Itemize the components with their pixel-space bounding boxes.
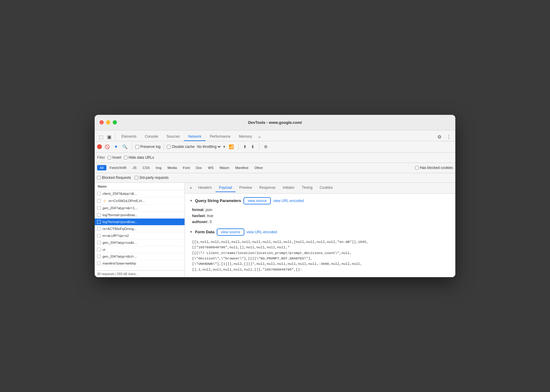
details-tab-bar: × Headers Payload Preview Response Initi… xyxy=(185,183,455,194)
tab-initiator[interactable]: Initiator xyxy=(279,184,298,192)
collapse-triangle-icon[interactable]: ▼ xyxy=(190,199,193,202)
third-party-checkbox[interactable] xyxy=(135,176,138,179)
item-checkbox[interactable] xyxy=(97,213,101,217)
record-button[interactable] xyxy=(97,144,102,149)
device-toggle-icon[interactable]: ▣ xyxy=(105,133,113,141)
item-checkbox[interactable] xyxy=(97,227,101,231)
list-item[interactable]: ui xyxy=(95,246,185,253)
network-settings-icon[interactable]: ⚙ xyxy=(262,143,269,150)
disable-cache-text: Disable cache xyxy=(172,145,194,149)
param-row-format: format: json xyxy=(190,207,451,213)
filter-wasm[interactable]: Wasm xyxy=(217,165,232,170)
section-divider xyxy=(190,225,451,228)
list-item[interactable]: log?format=json&has... xyxy=(95,212,185,219)
filter-js[interactable]: JS xyxy=(130,165,139,170)
request-name: manifest?pwa=webhp xyxy=(102,262,136,265)
query-view-source-button[interactable]: view source xyxy=(243,197,271,204)
main-content: Name client_204?&atyp=i&... ⊙ m=CnSW2d,D… xyxy=(95,183,455,277)
filter-manifest[interactable]: Manifest xyxy=(233,165,251,170)
list-item[interactable]: client_204?&atyp=i&... xyxy=(95,190,185,197)
invert-checkbox[interactable] xyxy=(108,156,111,159)
tab-payload[interactable]: Payload xyxy=(215,184,236,192)
upload-icon[interactable]: ⬆ xyxy=(242,143,248,150)
param-value: 0 xyxy=(210,220,212,224)
filter-icon[interactable]: ▼ xyxy=(112,143,120,150)
tab-sources[interactable]: Sources xyxy=(162,133,184,141)
tab-elements[interactable]: Elements xyxy=(117,133,141,141)
tab-console[interactable]: Console xyxy=(141,133,162,141)
invert-label[interactable]: Invert xyxy=(108,155,121,160)
tab-preview[interactable]: Preview xyxy=(236,184,256,192)
maximize-button[interactable] xyxy=(113,120,117,124)
tab-memory[interactable]: Memory xyxy=(235,133,256,141)
item-checkbox[interactable] xyxy=(97,248,101,251)
list-item[interactable]: rs=ACT90oFqOrnng... xyxy=(95,225,185,232)
form-view-url-encoded-button[interactable]: view URL-encoded xyxy=(247,230,277,234)
filter-media[interactable]: Media xyxy=(165,165,179,170)
tab-timing[interactable]: Timing xyxy=(298,184,316,192)
list-item[interactable]: gen_204?atyp=csi&r... xyxy=(95,239,185,246)
more-options-icon[interactable]: ⋮ xyxy=(445,133,453,141)
has-blocked-checkbox[interactable] xyxy=(415,166,419,170)
query-view-url-encoded-button[interactable]: view URL-encoded xyxy=(273,199,304,203)
filter-other[interactable]: Other xyxy=(252,165,266,170)
disable-cache-label[interactable]: Disable cache xyxy=(167,145,194,149)
filter-all[interactable]: All xyxy=(97,165,106,170)
blocked-requests-label[interactable]: Blocked Requests xyxy=(97,176,131,180)
settings-icon[interactable]: ⚙ xyxy=(435,133,443,141)
minimize-button[interactable] xyxy=(106,120,110,124)
search-icon[interactable]: 🔍 xyxy=(121,143,129,150)
tab-response[interactable]: Response xyxy=(256,184,279,192)
blocked-requests-checkbox[interactable] xyxy=(97,176,101,179)
query-string-header: ▼ Query String Parameters view source vi… xyxy=(190,197,451,204)
filter-ws[interactable]: WS xyxy=(205,165,216,170)
has-blocked-label[interactable]: Has blocked cookies xyxy=(415,166,453,170)
list-item-selected[interactable]: log?format=json&has... xyxy=(95,219,185,225)
element-picker-icon[interactable]: ⬚ xyxy=(97,133,105,141)
filter-fetch-xhr[interactable]: Fetch/XHR xyxy=(107,165,129,170)
param-row-hasfast: hasfast: true xyxy=(190,213,451,219)
item-checkbox[interactable] xyxy=(97,220,101,224)
preserve-log-label[interactable]: Preserve log xyxy=(135,145,160,149)
details-close-icon[interactable]: × xyxy=(187,184,194,191)
item-checkbox[interactable] xyxy=(97,192,101,195)
list-item[interactable]: gen_204?atyp=i&r=1... xyxy=(95,205,185,212)
list-item[interactable]: manifest?pwa=webhp xyxy=(95,260,185,267)
hide-data-urls-checkbox[interactable] xyxy=(124,156,127,159)
hide-data-urls-label[interactable]: Hide data URLs xyxy=(124,155,154,160)
filter-css[interactable]: CSS xyxy=(140,165,152,170)
item-checkbox[interactable] xyxy=(97,234,101,237)
item-checkbox[interactable] xyxy=(97,255,101,258)
item-checkbox[interactable] xyxy=(97,199,101,203)
wifi-icon[interactable]: 📶 xyxy=(227,143,235,150)
filter-doc[interactable]: Doc xyxy=(193,165,205,170)
tab-more-icon[interactable]: » xyxy=(256,133,263,141)
tab-cookies[interactable]: Cookies xyxy=(316,184,336,192)
collapse-triangle-icon[interactable]: ▼ xyxy=(190,230,193,234)
filter-right: Has blocked cookies xyxy=(415,166,453,170)
filter-img[interactable]: Img xyxy=(153,165,164,170)
network-toolbar: 🚫 ▼ 🔍 Preserve log Disable cache No thro… xyxy=(95,141,455,153)
window-title: DevTools - www.google.com/ xyxy=(248,120,302,125)
third-party-label[interactable]: 3rd-party requests xyxy=(135,176,169,180)
tab-performance[interactable]: Performance xyxy=(206,133,235,141)
download-icon[interactable]: ⬇ xyxy=(249,143,256,150)
request-icon: ⊙ xyxy=(102,199,107,203)
item-checkbox[interactable] xyxy=(97,206,101,210)
tab-headers[interactable]: Headers xyxy=(194,184,215,192)
tab-network[interactable]: Network xyxy=(184,133,206,141)
throttle-select[interactable]: No throttling xyxy=(196,144,222,149)
request-name: log?format=json&has... xyxy=(102,213,138,217)
item-checkbox[interactable] xyxy=(97,241,101,244)
close-button[interactable] xyxy=(99,120,104,124)
filter-label: Filter xyxy=(97,155,105,160)
list-item[interactable]: ⊙ m=CnSW2d,DPreE,H... xyxy=(95,197,185,205)
clear-icon[interactable]: 🚫 xyxy=(103,143,111,150)
form-view-source-button[interactable]: view source xyxy=(217,228,244,236)
preserve-log-checkbox[interactable] xyxy=(135,145,139,149)
item-checkbox[interactable] xyxy=(97,262,101,265)
list-item[interactable]: m=aLUfP?xjs=s2 xyxy=(95,232,185,239)
filter-font[interactable]: Font xyxy=(180,165,193,170)
disable-cache-checkbox[interactable] xyxy=(167,145,171,149)
list-item[interactable]: gen_204?atyp=i&ct=... xyxy=(95,253,185,260)
